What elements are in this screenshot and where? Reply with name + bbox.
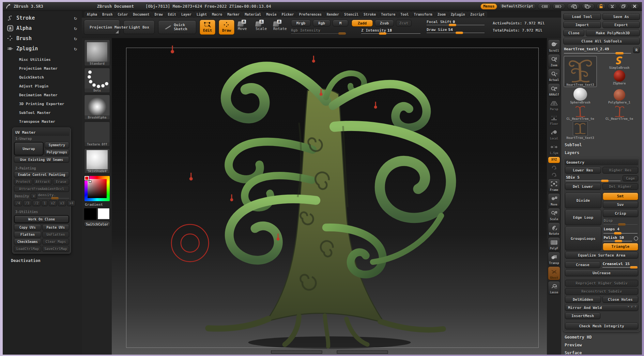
- smt-toggle[interactable]: Smt: [603, 193, 639, 200]
- thumb-polysphere[interactable]: PolySphere_1: [599, 88, 640, 104]
- close-holes-button[interactable]: Close Holes: [602, 296, 639, 303]
- menu-stroke[interactable]: Stroke: [361, 12, 378, 17]
- div2-button[interactable]: /2: [32, 200, 41, 206]
- disp-slider[interactable]: Disp: [603, 218, 639, 225]
- main-color-swatch[interactable]: [84, 208, 96, 220]
- menu-edit[interactable]: Edit: [166, 12, 179, 17]
- rotate-xyz-button[interactable]: XYZ: [548, 157, 560, 163]
- menu-color[interactable]: Color: [115, 12, 130, 17]
- zplugin-item-misc-utilities[interactable]: Misc Utilities: [17, 56, 82, 64]
- document-canvas[interactable]: [112, 38, 547, 355]
- brush-cycle-icon[interactable]: ↻: [74, 35, 77, 42]
- zplugin-item-adjust-plugin[interactable]: Adjust Plugin: [17, 82, 82, 90]
- rotate-y-icon[interactable]: y: [548, 172, 560, 178]
- save-ctrl-map-button[interactable]: SaveCtrlMap: [42, 246, 70, 252]
- lsym-button[interactable]: L.Sym: [548, 142, 560, 156]
- clone-all-subtools-button[interactable]: Clone All SubTools: [563, 38, 640, 45]
- use-existing-uv-seams-button[interactable]: Use Existing UV Seams: [14, 157, 69, 163]
- mirror-and-weld-button[interactable]: Mirror And Weld x y z: [565, 304, 638, 311]
- loops-slider[interactable]: Loops 4: [603, 227, 639, 234]
- erase-button[interactable]: Erase: [53, 179, 69, 185]
- thumb-spherebrush[interactable]: SphereBrush: [563, 88, 597, 104]
- tool-name-slider[interactable]: HeartTree_text3_2.49 R: [563, 46, 640, 54]
- lower-res-button[interactable]: Lower Res: [565, 167, 601, 174]
- zplugin-item-projection-master[interactable]: Projection Master: [17, 65, 82, 72]
- ghost-button[interactable]: Ghost: [548, 266, 560, 280]
- polish-mode-toggle[interactable]: [634, 236, 638, 241]
- menu-layer[interactable]: Layer: [179, 12, 194, 17]
- reproject-higher-subdiv-button[interactable]: Reproject Higher Subdiv: [565, 280, 638, 287]
- zoom-button[interactable]: Zoom: [548, 54, 560, 68]
- layers-section-header[interactable]: Layers: [563, 147, 640, 155]
- copy-uvs-button[interactable]: Copy UVs: [14, 224, 41, 230]
- unwrap-button[interactable]: Unwrap: [14, 142, 44, 156]
- mul2-button[interactable]: x2: [49, 200, 57, 206]
- zplugin-item-transpose-master[interactable]: Transpose Master: [17, 118, 82, 126]
- scale3d-button[interactable]: Scale: [548, 208, 560, 222]
- stroke-thumb-dots[interactable]: Dots: [84, 68, 110, 93]
- geometry-header[interactable]: Geometry: [565, 160, 638, 165]
- sdiv-slider[interactable]: SDiv 5: [565, 175, 621, 182]
- sidebar-item-brush[interactable]: Brush ↻: [7, 33, 82, 44]
- divider-grip-left[interactable]: [271, 351, 322, 354]
- canvas-divider-handle[interactable]: [271, 351, 388, 354]
- menu-transform[interactable]: Transform: [411, 12, 434, 17]
- move-button[interactable]: M Move: [238, 20, 252, 35]
- protect-button[interactable]: Protect: [14, 179, 32, 185]
- divider-down-icon[interactable]: [330, 351, 335, 354]
- thumb-zsphere[interactable]: ZSphere: [599, 70, 640, 85]
- zplugin-item-3d-printing-exporter[interactable]: 3D Printing Exporter: [17, 100, 82, 108]
- menu-movie[interactable]: Movie: [264, 12, 279, 17]
- menu-stencil[interactable]: Stencil: [342, 12, 361, 17]
- active-tool-thumb[interactable]: HeartTree_text3: [563, 56, 597, 87]
- zplugin-item-subtool-master[interactable]: SubTool Master: [17, 109, 82, 117]
- checkseams-button[interactable]: CheckSeams: [14, 239, 41, 245]
- menu-preferences[interactable]: Preferences: [297, 12, 324, 17]
- menus-button[interactable]: Menus: [480, 3, 497, 10]
- polyf-button[interactable]: PolyF: [548, 237, 560, 251]
- enable-control-painting-button[interactable]: Enable Control Painting: [14, 172, 69, 178]
- save-as-button[interactable]: Save As: [602, 13, 640, 20]
- thumb-cl-hearttree-2[interactable]: CL_HeartTree_te: [599, 105, 640, 120]
- reconstruct-subdiv-button[interactable]: Reconstruct Subdiv: [565, 288, 638, 295]
- menu-alpha[interactable]: Alpha: [85, 12, 99, 17]
- thumb-simplebrush[interactable]: SimpleBrush: [599, 56, 640, 69]
- zplugin-item-decimation-master[interactable]: Decimation Master: [17, 91, 82, 99]
- quick-sketch-button[interactable]: Quick Sketch: [158, 20, 196, 34]
- sidebar-item-alpha[interactable]: A Alpha ↻: [7, 23, 82, 33]
- menu-light[interactable]: Light: [194, 12, 209, 17]
- lock-icon[interactable]: [596, 3, 606, 10]
- rotate-z-icon[interactable]: z: [548, 164, 560, 171]
- color-picker[interactable]: [85, 176, 110, 201]
- frame-button[interactable]: Frame: [548, 179, 560, 192]
- symmetry-button[interactable]: Symmetry: [45, 142, 69, 148]
- minimize-button[interactable]: [608, 3, 617, 10]
- polish-slider[interactable]: Polish 50: [603, 235, 633, 242]
- import-button[interactable]: Import: [563, 21, 601, 28]
- delhidden-button[interactable]: DelHidden: [565, 296, 601, 303]
- mul3-button[interactable]: x3: [58, 200, 66, 206]
- divide-button[interactable]: Divide: [565, 193, 601, 208]
- draw-size-slider[interactable]: Draw Size54: [427, 28, 485, 34]
- rgb-button[interactable]: Rgb: [313, 20, 331, 27]
- density-slider[interactable]: density.: [38, 193, 69, 199]
- draw-button[interactable]: Draw: [219, 20, 234, 35]
- texture-thumb-off[interactable]: Texture Off: [84, 122, 110, 147]
- close-button[interactable]: [630, 3, 639, 10]
- attract-button[interactable]: Attract: [33, 179, 52, 185]
- brush-thumb-standard[interactable]: Standard: [84, 39, 110, 66]
- thumb-cl-hearttree-1[interactable]: CL_HeartTree_te: [563, 105, 597, 120]
- menu-render[interactable]: Render: [324, 12, 341, 17]
- div3-button[interactable]: /3: [23, 200, 31, 206]
- m-button[interactable]: M: [333, 20, 348, 27]
- lasso-button[interactable]: Lasso: [548, 281, 560, 295]
- focal-shift-slider[interactable]: Focal Shift0: [427, 20, 485, 26]
- suv-toggle[interactable]: Suv: [603, 201, 639, 209]
- check-mesh-integrity-button[interactable]: Check Mesh Integrity: [565, 323, 638, 329]
- alpha-thumb-brushalpha[interactable]: BrushAlpha: [84, 95, 110, 120]
- del-higher-button[interactable]: Del Higher: [602, 183, 639, 190]
- preview-section-header[interactable]: Preview: [563, 340, 640, 347]
- rgb-intensity-slider[interactable]: Rgb Intensity: [291, 28, 346, 34]
- deactivation-header[interactable]: Deactivation: [7, 254, 82, 263]
- clear-maps-button[interactable]: Clear Maps: [42, 239, 70, 245]
